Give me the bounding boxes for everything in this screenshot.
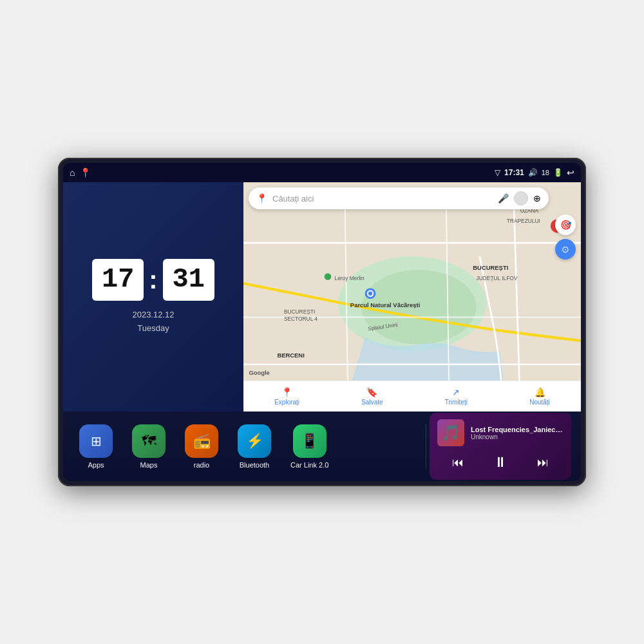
battery-value: 18	[542, 169, 549, 176]
svg-point-6	[368, 292, 372, 296]
app-icon-bluetooth[interactable]: ⚡ Bluetooth	[228, 419, 281, 474]
svg-text:BERCENI: BERCENI	[277, 352, 304, 359]
svg-text:Leroy Merlin: Leroy Merlin	[334, 275, 364, 281]
bluetooth-icon: ⚡	[246, 433, 263, 450]
saved-icon: 🔖	[366, 387, 377, 397]
bluetooth-label: Bluetooth	[240, 461, 269, 469]
music-prev-button[interactable]: ⏮	[447, 453, 469, 472]
clock-colon: :	[149, 265, 157, 294]
radio-icon-bg: 📻	[185, 424, 218, 458]
map-layers-icon[interactable]: ⊕	[533, 193, 541, 204]
map-nav-send-label: Trimiteți	[445, 399, 468, 406]
section-divider	[426, 424, 426, 469]
status-time: 17:31	[504, 168, 524, 177]
clock-hours: 17	[92, 259, 144, 301]
map-nav-saved[interactable]: 🔖 Salvate	[361, 387, 383, 406]
bottom-section: ⊞ Apps 🗺 Maps 📻 radio	[63, 412, 581, 481]
status-bar-right: ▽ 17:31 🔊 18 🔋 ↩	[495, 167, 574, 178]
map-widget[interactable]: 📍 Căutați aici 🎤 ⊕	[243, 182, 581, 412]
map-search-placeholder: Căutați aici	[272, 194, 493, 204]
music-thumb-img: 🎵	[441, 424, 460, 442]
music-info: 🎵 Lost Frequencies_Janieck Devy-... Unkn…	[437, 419, 564, 446]
top-section: 17 : 31 2023.12.12 Tuesday 📍 Căutați aic…	[63, 182, 581, 412]
app-icon-carlink[interactable]: 📱 Car Link 2.0	[281, 419, 338, 474]
device-screen: ⌂ 📍 ▽ 17:31 🔊 18 🔋 ↩ 17 :	[63, 163, 581, 481]
music-thumbnail: 🎵	[437, 419, 464, 446]
apps-icon-bg: ⊞	[79, 424, 113, 458]
svg-text:Parcul Natural Văcărești: Parcul Natural Văcărești	[350, 301, 420, 308]
maps-label: Maps	[140, 461, 158, 469]
status-bar: ⌂ 📍 ▽ 17:31 🔊 18 🔋 ↩	[63, 163, 581, 182]
bt-icon-bg: ⚡	[238, 424, 271, 458]
svg-text:BUCUREȘTI: BUCUREȘTI	[284, 308, 315, 315]
svg-text:Google: Google	[249, 369, 269, 376]
carlink-icon-bg: 📱	[293, 424, 327, 458]
main-area: 17 : 31 2023.12.12 Tuesday 📍 Căutați aic…	[63, 182, 581, 481]
music-controls: ⏮ ⏸ ⏭	[437, 451, 564, 473]
explore-icon: 📍	[281, 387, 292, 397]
svg-text:JUDEȚUL ILFOV: JUDEȚUL ILFOV	[477, 275, 518, 281]
map-user-avatar[interactable]	[514, 191, 528, 205]
carlink-label: Car Link 2.0	[290, 461, 328, 469]
news-icon: 🔔	[535, 387, 545, 397]
svg-text:SECTORUL 4: SECTORUL 4	[284, 316, 317, 322]
music-play-button[interactable]: ⏸	[488, 451, 513, 473]
clock-date: 2023.12.12 Tuesday	[132, 308, 174, 336]
map-bottom-nav: 📍 Explorați 🔖 Salvate ↗ Trimiteți 🔔	[243, 381, 581, 412]
map-search-bar[interactable]: 📍 Căutați aici 🎤 ⊕	[249, 187, 549, 209]
carlink-icon: 📱	[301, 433, 318, 450]
music-artist: Unknown	[471, 433, 564, 440]
svg-point-9	[325, 273, 331, 279]
map-nav-news[interactable]: 🔔 Noutăți	[529, 387, 550, 406]
location-icon: ▽	[495, 168, 500, 177]
map-nav-explore-label: Explorați	[274, 399, 299, 406]
map-nav-news-label: Noutăți	[529, 399, 550, 406]
home-icon[interactable]: ⌂	[70, 167, 75, 178]
back-button[interactable]: ↩	[567, 167, 574, 178]
music-player: 🎵 Lost Frequencies_Janieck Devy-... Unkn…	[430, 413, 571, 480]
maps-icon: 🗺	[142, 433, 156, 450]
clock-day-value: Tuesday	[132, 322, 174, 336]
maps-icon[interactable]: 📍	[80, 167, 91, 178]
app-icon-apps[interactable]: ⊞ Apps	[70, 419, 122, 474]
map-location-btn[interactable]: 🎯	[555, 214, 576, 235]
apps-label: Apps	[88, 461, 104, 469]
map-nav-explore[interactable]: 📍 Explorați	[274, 387, 299, 406]
apps-row: ⊞ Apps 🗺 Maps 📻 radio	[70, 419, 422, 474]
send-icon: ↗	[452, 387, 460, 397]
app-icon-maps[interactable]: 🗺 Maps	[122, 419, 175, 474]
map-navigate-btn[interactable]: ⊙	[555, 239, 576, 260]
music-title: Lost Frequencies_Janieck Devy-...	[471, 426, 564, 433]
map-pin-icon: 📍	[256, 193, 267, 204]
map-controls: 🎯 ⊙	[555, 214, 576, 260]
maps-icon-bg: 🗺	[132, 424, 166, 458]
radio-icon: 📻	[193, 433, 211, 450]
music-next-button[interactable]: ⏭	[532, 453, 554, 472]
radio-label: radio	[194, 461, 209, 469]
status-bar-left: ⌂ 📍	[70, 167, 91, 178]
map-nav-send[interactable]: ↗ Trimiteți	[445, 387, 468, 406]
clock-date-value: 2023.12.12	[132, 308, 174, 322]
clock-minutes: 31	[163, 259, 214, 301]
svg-text:TRAPEZULUI: TRAPEZULUI	[507, 218, 540, 224]
clock-widget: 17 : 31 2023.12.12 Tuesday	[63, 182, 243, 412]
map-nav-saved-label: Salvate	[361, 399, 383, 406]
clock-display: 17 : 31	[92, 259, 214, 301]
volume-icon[interactable]: 🔊	[528, 168, 538, 177]
device-body: ⌂ 📍 ▽ 17:31 🔊 18 🔋 ↩ 17 :	[58, 158, 586, 486]
app-icon-radio[interactable]: 📻 radio	[175, 419, 228, 474]
battery-icon: 🔋	[553, 168, 563, 177]
map-background: Parcul Natural Văcărești Leroy Merlin BU…	[243, 182, 581, 412]
map-voice-icon[interactable]: 🎤	[498, 193, 509, 204]
apps-icon: ⊞	[91, 433, 102, 449]
svg-text:BUCUREȘTI: BUCUREȘTI	[473, 264, 508, 271]
music-text: Lost Frequencies_Janieck Devy-... Unknow…	[471, 426, 564, 440]
